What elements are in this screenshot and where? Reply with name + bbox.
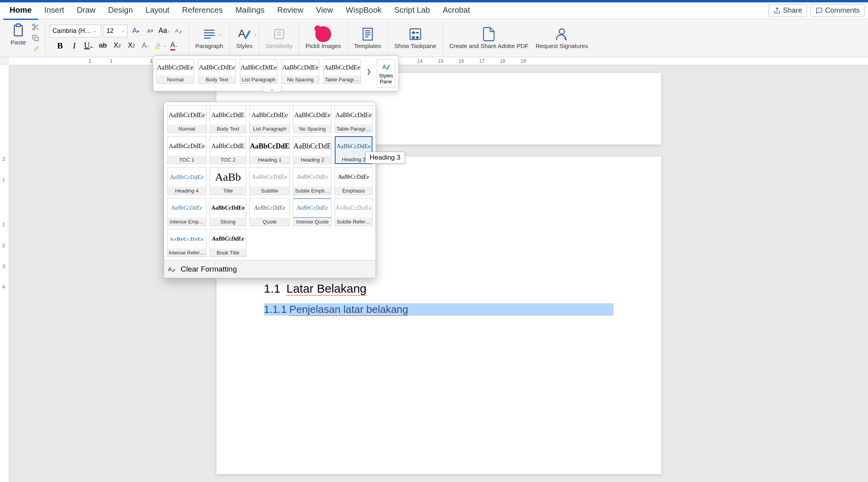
- heading-3-text-selected[interactable]: 1.1.1 Penjelasan latar belakang: [264, 303, 613, 316]
- underline-button[interactable]: U ⌄: [83, 40, 95, 52]
- style-subtle-reference[interactable]: AaBbCcDdEeSubtle Refer…: [335, 198, 372, 226]
- templates-button[interactable]: Templates: [352, 21, 384, 55]
- ribbon-tabs: Home Insert Draw Design Layout Reference…: [0, 2, 868, 19]
- cut-button[interactable]: [30, 22, 41, 32]
- style-normal-dd[interactable]: AaBbCcDdEeNormal: [167, 105, 206, 133]
- taskpane-group: + −× ÷ Show Taskpane: [388, 21, 443, 55]
- style-heading4[interactable]: AaBbCcDdEeHeading 4: [167, 167, 206, 195]
- styles-pane-button[interactable]: A Styles Pane: [377, 59, 395, 88]
- templates-icon: [360, 26, 376, 42]
- style-table-paragraph[interactable]: AaBbCcDdEeTable Paragr…: [323, 59, 361, 84]
- vertical-ruler[interactable]: 2 1 1 2 3 4: [0, 65, 9, 482]
- svg-point-24: [559, 29, 564, 34]
- style-subtitle[interactable]: AaBbCcDdEeSubtitle: [249, 167, 290, 195]
- style-heading1[interactable]: AaBbCcDdEHeading 1: [249, 136, 290, 164]
- scissors-icon: [32, 23, 40, 31]
- style-quote[interactable]: AaBbCcDdEeQuote: [249, 198, 290, 226]
- style-list-paragraph-dd[interactable]: AaBbCcDdEeList Paragraph: [249, 105, 290, 133]
- clear-formatting-icon: A: [167, 264, 177, 274]
- horizontal-ruler[interactable]: 2 1 1 14 15 16 17 18 19: [9, 57, 868, 65]
- style-heading2[interactable]: AaBbCcDdEHeading 2: [293, 136, 332, 164]
- format-painter-button[interactable]: [30, 44, 41, 54]
- clear-formatting-row[interactable]: A Clear Formatting: [164, 260, 376, 278]
- svg-text:× ÷: × ÷: [412, 35, 419, 40]
- highlight-button[interactable]: ⌄: [154, 40, 166, 52]
- document-area: 2 1 1 2 3 4 1.1 Latar Belakang 1.1.1 Pen…: [0, 65, 868, 482]
- acrobat-group: Create and Share Adobe PDF Request Signa…: [443, 21, 594, 55]
- heading-2-text[interactable]: 1.1 Latar Belakang: [264, 282, 613, 295]
- svg-line-6: [35, 25, 36, 27]
- tab-layout[interactable]: Layout: [139, 2, 176, 20]
- request-signatures-button[interactable]: Request Signatures: [533, 21, 590, 55]
- tab-draw[interactable]: Draw: [71, 2, 102, 20]
- grow-font-button[interactable]: A▴: [130, 25, 142, 37]
- subscript-button[interactable]: X2: [111, 40, 123, 52]
- styles-more-chevron[interactable]: ❯: [365, 59, 373, 84]
- create-share-pdf-button[interactable]: Create and Share Adobe PDF: [447, 21, 531, 55]
- ribbon: Paste Cambria (H…⌄ 12⌄ A▴ A▾ Aa ⌄ A B I …: [0, 19, 868, 57]
- copy-button[interactable]: [30, 33, 41, 43]
- tab-view[interactable]: View: [310, 2, 339, 20]
- font-name-select[interactable]: Cambria (H…⌄: [50, 25, 101, 37]
- style-list-paragraph[interactable]: AaBbCcDdEeList Paragraph: [240, 59, 278, 84]
- style-subtle-emphasis[interactable]: AaBbCcDdEeSubtle Emph…: [293, 167, 332, 195]
- page-scroll-container[interactable]: 1.1 Latar Belakang 1.1.1 Penjelasan lata…: [9, 65, 868, 482]
- pickit-icon: [315, 26, 331, 42]
- share-button[interactable]: Share: [768, 4, 807, 17]
- tab-scriptlab[interactable]: Script Lab: [388, 2, 436, 20]
- templates-group: Templates: [348, 21, 388, 55]
- comment-icon: [816, 7, 823, 14]
- change-case-button[interactable]: Aa ⌄: [158, 25, 170, 37]
- tab-mailings[interactable]: Mailings: [229, 2, 271, 20]
- tab-references[interactable]: References: [176, 2, 229, 20]
- italic-button[interactable]: I: [68, 40, 80, 52]
- strikethrough-button[interactable]: ab: [97, 40, 109, 52]
- style-normal[interactable]: AaBbCcDdEeNormal: [156, 59, 194, 84]
- copy-icon: [32, 34, 40, 42]
- font-size-select[interactable]: 12⌄: [104, 25, 127, 37]
- tab-acrobat[interactable]: Acrobat: [436, 2, 476, 20]
- svg-line-5: [37, 28, 39, 30]
- style-book-title[interactable]: AaBbCcDdEeBook Title: [210, 229, 246, 257]
- svg-text:A: A: [238, 27, 245, 39]
- signature-icon: [554, 26, 570, 42]
- show-taskpane-button[interactable]: + −× ÷ Show Taskpane: [392, 21, 439, 55]
- tab-design[interactable]: Design: [102, 2, 139, 20]
- style-title[interactable]: AaBbTitle: [210, 167, 246, 195]
- style-no-spacing[interactable]: AaBbCcDdEeNo Spacing: [282, 59, 319, 84]
- tab-wispbook[interactable]: WispBook: [339, 2, 388, 20]
- bold-button[interactable]: B: [54, 40, 66, 52]
- shrink-font-button[interactable]: A▾: [144, 25, 156, 37]
- style-emphasis[interactable]: AaBbCcDdEeEmphasis: [335, 167, 372, 195]
- style-intense-reference[interactable]: AaBbCcDdEeIntense Refer…: [167, 229, 206, 257]
- style-no-spacing-dd[interactable]: AaBbCcDdEeNo Spacing: [293, 105, 332, 133]
- styles-button[interactable]: A ⌄ Styles: [234, 21, 255, 55]
- style-intense-emphasis[interactable]: AaBbCcDdEeIntense Emp…: [167, 198, 206, 226]
- text-effects-button[interactable]: A ⌄: [140, 40, 152, 52]
- superscript-button[interactable]: X2: [125, 40, 137, 52]
- style-intense-quote[interactable]: AaBbCcDdEeIntense Quote: [293, 198, 332, 226]
- style-body-text[interactable]: AaBbCcDdEeBody Text: [198, 59, 236, 84]
- svg-rect-1: [16, 24, 20, 27]
- style-body-text-dd[interactable]: AaBbCcDdEBody Text: [210, 105, 246, 133]
- font-color-button[interactable]: A ⌄: [168, 40, 180, 52]
- paste-icon: [10, 23, 26, 39]
- style-toc1[interactable]: AaBbCcDdEeTOC 1: [167, 136, 206, 164]
- tab-home[interactable]: Home: [3, 2, 38, 20]
- paragraph-icon: [201, 26, 217, 42]
- pickit-group: Pickit Images: [299, 21, 347, 55]
- sensitivity-group: ⌄ Sensitivity: [259, 21, 299, 55]
- style-table-paragraph-dd[interactable]: AaBbCcDdEeTable Paragr…: [335, 105, 372, 133]
- svg-text:A: A: [168, 266, 172, 272]
- clear-formatting-button[interactable]: A: [173, 25, 185, 37]
- style-toc2[interactable]: AaBbCcDdETOC 2: [210, 136, 246, 164]
- tab-review[interactable]: Review: [271, 2, 310, 20]
- pickit-button[interactable]: Pickit Images: [303, 21, 343, 55]
- paragraph-button[interactable]: ⌄ Paragraph: [193, 21, 226, 55]
- paste-button[interactable]: Paste: [8, 22, 29, 47]
- comments-button[interactable]: Comments: [810, 4, 865, 17]
- styles-gallery-dropdown: AaBbCcDdEeNormal AaBbCcDdEBody Text AaBb…: [164, 102, 376, 278]
- styles-row-expand-caret[interactable]: ⌄: [262, 86, 282, 92]
- tab-insert[interactable]: Insert: [38, 2, 71, 20]
- style-strong[interactable]: AaBbCcDdEeStrong: [210, 198, 246, 226]
